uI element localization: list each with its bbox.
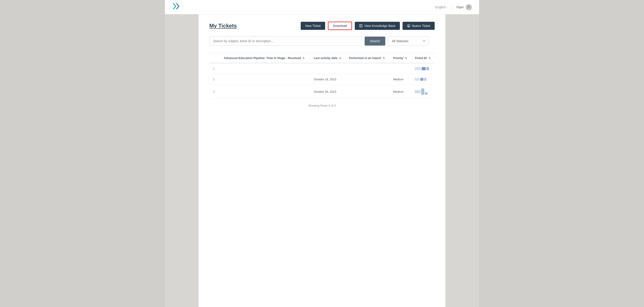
page-layout: My Tickets New Ticket Download View Know… [165, 14, 479, 307]
view-kb-label: View Knowledge Base [364, 24, 396, 28]
row-3-last-activity: October 16, 2023 [310, 85, 346, 98]
col-header-last-activity[interactable]: Last activity date ⇅ [310, 53, 346, 63]
row-3-priority: Medium [390, 85, 411, 98]
col-header-priority-label: Priority [393, 56, 404, 60]
tid-block [426, 67, 429, 70]
right-sidebar [446, 14, 479, 307]
status-select[interactable]: All Statuses Open Closed Pending [388, 36, 428, 46]
table-row: 3 October 16, 2023 Medium [209, 85, 435, 98]
user-name: Piper [456, 6, 464, 9]
search-input[interactable] [209, 36, 362, 46]
row-1-pipeline [220, 63, 310, 74]
top-nav: English › Piper [165, 0, 479, 14]
tid-block [424, 78, 426, 81]
download-icon [407, 24, 410, 28]
col-header-priority[interactable]: Priority ⇅ [390, 53, 411, 63]
language-button[interactable]: English › [435, 6, 447, 9]
tid-block [415, 90, 420, 93]
row-1-performed-import [346, 63, 390, 74]
tickets-table: Advanced Education Pipeline: Time In Sta… [209, 53, 435, 98]
header-actions: New Ticket Download View Knowledge Base [301, 22, 435, 30]
row-3-pipeline [220, 85, 310, 98]
table-row: 1 [209, 63, 435, 74]
nav-divider [452, 4, 452, 11]
sort-icon-priority: ⇅ [405, 57, 407, 60]
col-header-ticket-id[interactable]: Ticket ID ⇅ [411, 53, 435, 63]
col-header-last-activity-label: Last activity date [314, 56, 338, 60]
new-ticket-button[interactable]: New Ticket [301, 22, 325, 30]
download-button[interactable]: Download [328, 22, 352, 30]
tid-block [415, 67, 421, 70]
svg-point-0 [468, 6, 470, 8]
row-num-3: 3 [209, 85, 220, 98]
col-header-row-num [209, 53, 220, 63]
logo-icon [172, 2, 180, 12]
row-3-performed-import [346, 85, 390, 98]
tid-block [420, 78, 424, 81]
nuevo-ticket-button[interactable]: Nuevo Ticket [402, 22, 435, 30]
row-2-priority: Medium [390, 74, 411, 85]
logo [172, 2, 180, 12]
col-header-pipeline[interactable]: Advanced Education Pipeline: Time In Sta… [220, 53, 310, 63]
sort-icon-ticket-id: ⇅ [428, 57, 430, 60]
sort-icon-pipeline: ⇅ [302, 57, 304, 60]
col-header-pipeline-label: Advanced Education Pipeline: Time In Sta… [224, 56, 301, 60]
ticket-id-cell-1 [415, 67, 431, 70]
sort-icon-performed-import: ⇅ [383, 57, 385, 60]
tid-block [415, 78, 420, 81]
tid-block [425, 92, 428, 95]
showing-rows: Showing Rows 3 of 3 [209, 98, 435, 109]
showing-rows-label: Showing Rows 3 of 3 [308, 104, 336, 107]
ticket-id-cell-2 [415, 78, 431, 81]
book-icon [359, 24, 362, 28]
page-title: My Tickets [209, 23, 237, 29]
search-input-wrapper [209, 36, 362, 46]
ticket-id-cell-3 [415, 88, 431, 95]
search-button[interactable]: Search [365, 36, 385, 46]
language-label: English [435, 6, 446, 9]
row-3-ticket-id [411, 85, 435, 98]
center-content: My Tickets New Ticket Download View Know… [198, 14, 446, 307]
row-1-ticket-id [411, 63, 435, 74]
col-header-performed-import-label: Performed in an import [349, 56, 381, 60]
tid-block [421, 88, 424, 95]
table-row: 2 October 16, 2023 Medium [209, 74, 435, 85]
row-1-priority [390, 63, 411, 74]
row-num-2: 2 [209, 74, 220, 85]
row-2-ticket-id [411, 74, 435, 85]
row-2-performed-import [346, 74, 390, 85]
nuevo-ticket-label: Nuevo Ticket [412, 24, 430, 28]
row-2-pipeline [220, 74, 310, 85]
user-info: Piper [456, 4, 472, 10]
view-knowledge-base-button[interactable]: View Knowledge Base [355, 22, 400, 30]
row-num-1: 1 [209, 63, 220, 74]
col-header-performed-import[interactable]: Performed in an import ⇅ [346, 53, 390, 63]
table-header-row: Advanced Education Pipeline: Time In Sta… [209, 53, 435, 63]
row-1-last-activity [310, 63, 346, 74]
page-header: My Tickets New Ticket Download View Know… [209, 22, 435, 30]
user-avatar [466, 4, 472, 10]
left-sidebar [165, 14, 198, 307]
language-chevron: › [446, 6, 447, 8]
row-2-last-activity: October 16, 2023 [310, 74, 346, 85]
sort-icon-last-activity: ⇅ [339, 57, 341, 60]
col-header-ticket-id-label: Ticket ID [415, 56, 427, 60]
search-row: Search All Statuses Open Closed Pending [209, 36, 435, 46]
tid-block [422, 67, 426, 70]
nav-right: English › Piper [435, 4, 472, 11]
